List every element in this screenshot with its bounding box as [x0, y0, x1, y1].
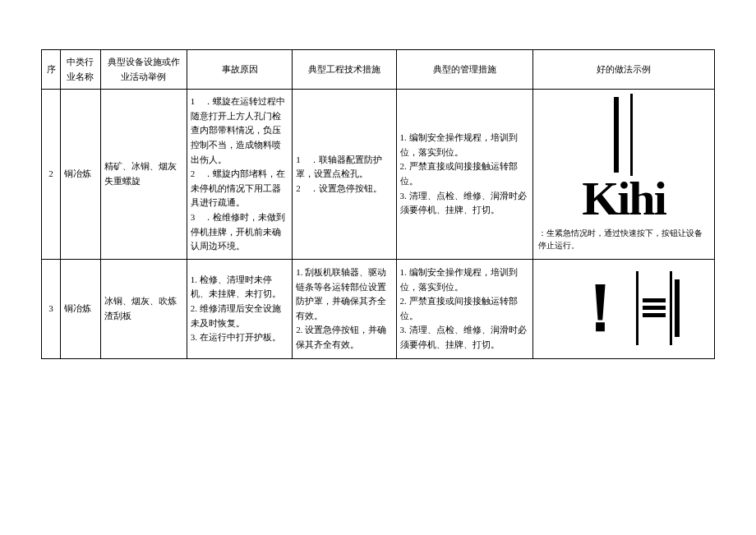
tri-bars-icon	[643, 284, 666, 333]
demo-caption: ：生紧急情况时，通过快速按下，按钮让设备停止运行。	[535, 225, 712, 251]
cell-mgmt: 1. 编制安全操作规程，培训到位，落实到位。2. 严禁直接或间接接触运转部位。3…	[396, 90, 532, 260]
demo-glyph: Kihi	[535, 178, 712, 220]
cell-tech: 1. 刮板机联轴器、驱动链条等各运转部位设置防护罩，并确保其齐全有效。2. 设置…	[293, 259, 396, 358]
safety-table: 序 中类行业名称 典型设备设施或作业活动举例 事故原因 典型工程技术措施 典型的…	[41, 49, 715, 359]
cell-cause: 1. 检修、清理时未停机、未挂牌、未打切。2. 维修清理后安全设施未及时恢复。3…	[187, 259, 292, 358]
header-seq: 序	[42, 50, 61, 90]
table-row: 2 铜冶炼 精矿、冰铜、烟灰失重螺旋 1 ．螺旋在运转过程中随意打开上方人孔门检…	[42, 90, 715, 260]
cell-tech: 1 ．联轴器配置防护罩，设置点检孔。2 ．设置急停按钮。	[293, 90, 396, 260]
cell-equipment: 精矿、冰铜、烟灰失重螺旋	[100, 90, 187, 260]
cell-industry: 铜冶炼	[61, 259, 100, 358]
cell-demo: ！	[532, 259, 714, 358]
header-demo: 好的做法示例	[532, 50, 714, 90]
demo-graphic-bars	[535, 97, 712, 173]
demo-caption	[535, 353, 712, 355]
exclaim-icon: ！	[568, 279, 634, 338]
cell-demo: Kihi ：生紧急情况时，通过快速按下，按钮让设备停止运行。	[532, 90, 714, 260]
cell-seq: 2	[42, 90, 61, 260]
cell-cause: 1 ．螺旋在运转过程中随意打开上方人孔门检查内部带料情况，负压控制不当，造成物料…	[187, 90, 292, 260]
table-header-row: 序 中类行业名称 典型设备设施或作业活动举例 事故原因 典型工程技术措施 典型的…	[42, 50, 715, 90]
cell-mgmt: 1. 编制安全操作规程，培训到位，落实到位。2. 严禁直接或间接接触运转部位。3…	[396, 259, 532, 358]
cell-industry: 铜冶炼	[61, 90, 100, 260]
header-cause: 事故原因	[187, 50, 292, 90]
table-row: 3 铜冶炼 冰铜、烟灰、吹炼渣刮板 1. 检修、清理时未停机、未挂牌、未打切。2…	[42, 259, 715, 358]
header-mgmt: 典型的管理措施	[396, 50, 532, 90]
cell-seq: 3	[42, 259, 61, 358]
cell-equipment: 冰铜、烟灰、吹炼渣刮板	[100, 259, 187, 358]
demo-graphic-composite: ！	[535, 263, 712, 353]
header-industry: 中类行业名称	[61, 50, 100, 90]
header-equipment: 典型设备设施或作业活动举例	[100, 50, 187, 90]
header-tech: 典型工程技术措施	[293, 50, 396, 90]
